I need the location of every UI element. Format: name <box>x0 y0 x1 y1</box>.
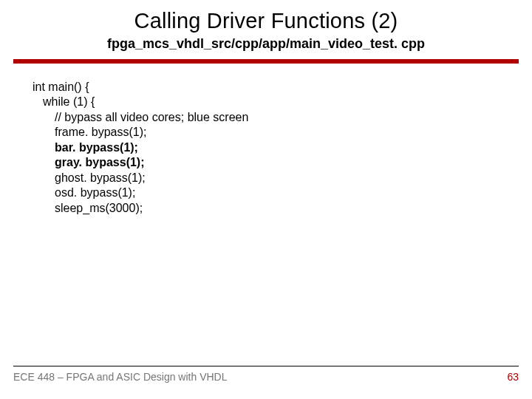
code-line: // bypass all video cores; blue screen <box>33 110 532 125</box>
slide-title: Calling Driver Functions (2) <box>0 0 532 33</box>
footer-course: ECE 448 – FPGA and ASIC Design with VHDL <box>13 371 227 383</box>
code-line: ghost. bypass(1); <box>33 171 532 185</box>
page-number: 63 <box>507 371 519 383</box>
code-line: while (1) { <box>33 95 532 109</box>
title-underline <box>13 59 519 64</box>
code-line: int main() { <box>33 80 532 95</box>
code-line: sleep_ms(3000); <box>33 201 532 216</box>
footer: ECE 448 – FPGA and ASIC Design with VHDL… <box>0 366 532 383</box>
code-line: frame. bypass(1); <box>33 125 532 140</box>
code-line: osd. bypass(1); <box>33 185 532 200</box>
slide-subtitle: fpga_mcs_vhdl_src/cpp/app/main_video_tes… <box>0 36 532 52</box>
footer-row: ECE 448 – FPGA and ASIC Design with VHDL… <box>13 371 519 383</box>
code-line: gray. bypass(1); <box>33 155 532 170</box>
footer-divider <box>13 366 519 366</box>
code-line: bar. bypass(1); <box>33 140 532 155</box>
code-block: int main() { while (1) { // bypass all v… <box>33 80 532 216</box>
slide: Calling Driver Functions (2) fpga_mcs_vh… <box>0 0 532 399</box>
